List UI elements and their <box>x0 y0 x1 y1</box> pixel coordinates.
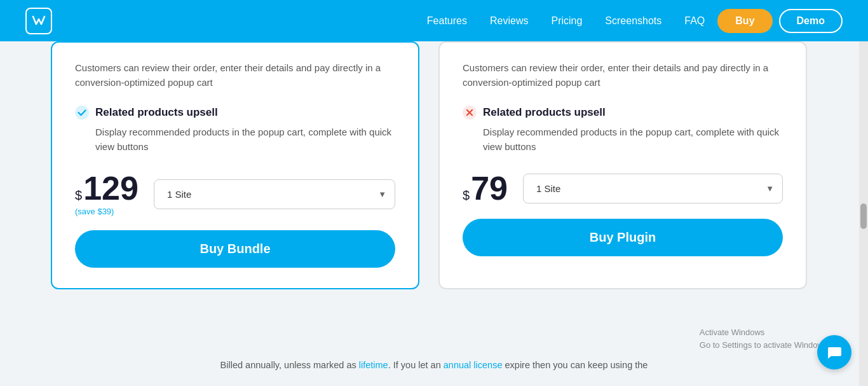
price-num-left: 129 <box>83 172 139 205</box>
site-logo[interactable] <box>25 8 52 34</box>
cross-icon-right <box>463 106 477 120</box>
price-dollar-right: $ <box>463 188 470 203</box>
site-select-right[interactable]: 1 Site 3 Sites 5 Sites Unlimited Sites <box>523 174 783 203</box>
nav-buy-button[interactable]: Buy <box>717 9 772 33</box>
upsell-desc-left: Display recommended products in the popu… <box>75 125 395 155</box>
price-save-left: (save $39) <box>75 207 139 216</box>
footer-text-end: expire then you can keep using the <box>502 360 648 370</box>
site-select-left[interactable]: 1 Site 3 Sites 5 Sites Unlimited Sites <box>154 179 395 209</box>
nav-faq[interactable]: FAQ <box>684 15 705 26</box>
nav-features[interactable]: Features <box>427 15 467 26</box>
footer-text-mid: . If you let an <box>388 360 444 370</box>
nav-pricing[interactable]: Pricing <box>551 15 582 26</box>
price-block-right: $ 79 <box>463 172 508 205</box>
popup-feature-block-right: Customers can review their order, enter … <box>463 60 783 90</box>
popup-feature-block-left: Customers can review their order, enter … <box>75 60 395 90</box>
win-activate-line2: Go to Settings to activate Windows. <box>700 339 830 352</box>
plugin-card: Customers can review their order, enter … <box>438 41 807 289</box>
svg-point-0 <box>75 106 89 120</box>
nav-links: Features Reviews Pricing Screenshots FAQ <box>427 15 705 27</box>
main-content: Customers can review their order, enter … <box>0 41 868 347</box>
buy-bundle-button[interactable]: Buy Bundle <box>75 230 395 268</box>
upsell-title-left: Related products upsell <box>95 106 218 119</box>
popup-desc-left: Customers can review their order, enter … <box>75 60 395 90</box>
windows-activation-notice: Activate Windows Go to Settings to activ… <box>700 326 830 351</box>
price-row-left: $ 129 (save $39) 1 Site 3 Sites 5 Sites … <box>75 172 395 216</box>
nav-screenshots[interactable]: Screenshots <box>605 15 661 26</box>
price-row-right: $ 79 1 Site 3 Sites 5 Sites Unlimited Si… <box>463 172 783 205</box>
footer-text-start: Billed annually, unless marked as <box>220 360 359 370</box>
site-select-wrap-left: 1 Site 3 Sites 5 Sites Unlimited Sites ▼ <box>154 179 395 209</box>
check-icon-left <box>75 106 89 120</box>
nav-demo-button[interactable]: Demo <box>779 9 843 33</box>
upsell-feature-header-right: Related products upsell <box>463 106 783 120</box>
scrollbar[interactable] <box>859 0 868 373</box>
price-block-left: $ 129 <box>75 172 139 205</box>
upsell-desc-right: Display recommended products in the popu… <box>463 125 783 155</box>
chat-bubble-button[interactable] <box>817 335 851 369</box>
footer-text-lifetime: lifetime <box>359 360 388 370</box>
footer-text-annual: annual license <box>444 360 503 370</box>
pricing-cards-row: Customers can review their order, enter … <box>51 41 817 289</box>
upsell-feature-block-left: Related products upsell Display recommen… <box>75 106 395 155</box>
popup-desc-right: Customers can review their order, enter … <box>463 60 783 90</box>
scrollbar-thumb[interactable] <box>860 203 867 229</box>
win-activate-line1: Activate Windows <box>700 326 830 339</box>
chat-icon <box>826 344 843 361</box>
bundle-card: Customers can review their order, enter … <box>51 41 419 289</box>
navbar: Features Reviews Pricing Screenshots FAQ… <box>0 0 868 41</box>
price-dollar-left: $ <box>75 188 82 203</box>
nav-reviews[interactable]: Reviews <box>490 15 528 26</box>
price-num-right: 79 <box>471 172 508 205</box>
upsell-feature-header-left: Related products upsell <box>75 106 395 120</box>
upsell-feature-block-right: Related products upsell Display recommen… <box>463 106 783 155</box>
upsell-title-right: Related products upsell <box>483 106 606 119</box>
site-select-wrap-right: 1 Site 3 Sites 5 Sites Unlimited Sites ▼ <box>523 174 783 203</box>
buy-plugin-button[interactable]: Buy Plugin <box>463 219 783 256</box>
